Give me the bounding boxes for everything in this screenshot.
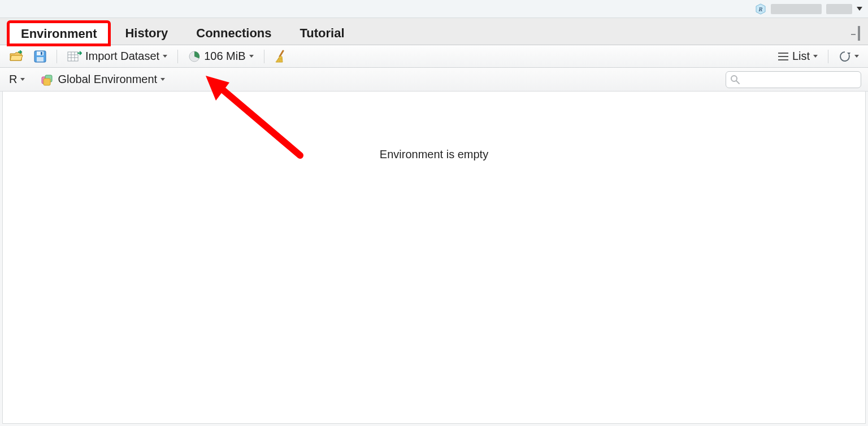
environment-toolbar: Import Dataset 106 MiB [0,45,868,68]
environment-scope-bar: R Global Environment [0,68,868,92]
dropdown-caret-icon [163,55,167,58]
load-workspace-button[interactable] [7,48,26,65]
tab-history[interactable]: History [112,21,181,45]
tab-label: History [125,26,168,41]
memory-usage-button[interactable]: 106 MiB [186,48,255,65]
save-disk-icon [34,50,46,63]
svg-rect-3 [37,51,44,55]
environment-scope-button[interactable]: Global Environment [38,71,167,88]
pane-maximize-icon[interactable] [858,27,860,40]
svg-line-12 [280,51,283,56]
environment-search-input[interactable] [726,71,861,88]
language-select-button[interactable]: R [7,71,27,88]
toolbar-separator [828,50,828,63]
dropdown-caret-icon [813,55,818,58]
toolbar-separator [57,50,57,63]
clear-workspace-button[interactable] [272,48,290,65]
environment-search [726,71,861,88]
import-dataset-label: Import Dataset [85,50,159,63]
tab-tutorial[interactable]: Tutorial [287,21,358,45]
dropdown-caret-icon [160,78,165,81]
svg-rect-4 [37,57,44,62]
toolbar-separator [177,50,178,63]
svg-rect-5 [41,52,42,55]
dropdown-caret-icon [249,55,254,58]
svg-text:R: R [758,6,762,12]
environment-content: Environment is empty [2,92,866,424]
dropdown-caret-icon [20,78,25,81]
svg-line-24 [736,81,739,84]
tab-environment[interactable]: Environment [8,21,110,45]
svg-rect-22 [44,79,50,85]
tab-connections[interactable]: Connections [183,21,284,45]
tab-label: Environment [21,27,97,41]
view-mode-label: List [792,50,810,63]
project-extra-chip[interactable] [826,4,852,14]
import-dataset-button[interactable]: Import Dataset [65,48,170,65]
open-folder-icon [9,50,24,63]
stacked-squares-icon [41,73,54,86]
language-label: R [9,73,17,86]
grid-import-icon [67,50,82,63]
tab-label: Tutorial [300,26,345,41]
svg-marker-19 [847,53,850,55]
save-workspace-button[interactable] [32,48,49,65]
broom-icon [275,50,288,63]
search-icon [730,75,740,85]
memory-usage-label: 106 MiB [204,50,245,63]
tab-label: Connections [196,26,271,41]
r-logo-icon: R [755,3,766,15]
list-lines-icon [778,51,789,62]
refresh-icon [839,50,851,63]
pie-usage-icon [188,50,201,63]
refresh-button[interactable] [836,48,861,65]
view-mode-button[interactable]: List [775,48,820,65]
toolbar-separator [264,50,264,63]
project-menu-caret-icon[interactable] [857,7,862,11]
project-name-chip[interactable] [771,4,822,14]
pane-tab-row: Environment History Connections Tutorial [0,18,868,45]
svg-rect-6 [68,52,78,61]
environment-empty-message: Environment is empty [380,148,488,161]
app-top-strip: R [0,0,868,18]
environment-scope-label: Global Environment [58,73,157,86]
dropdown-caret-icon [854,55,859,58]
